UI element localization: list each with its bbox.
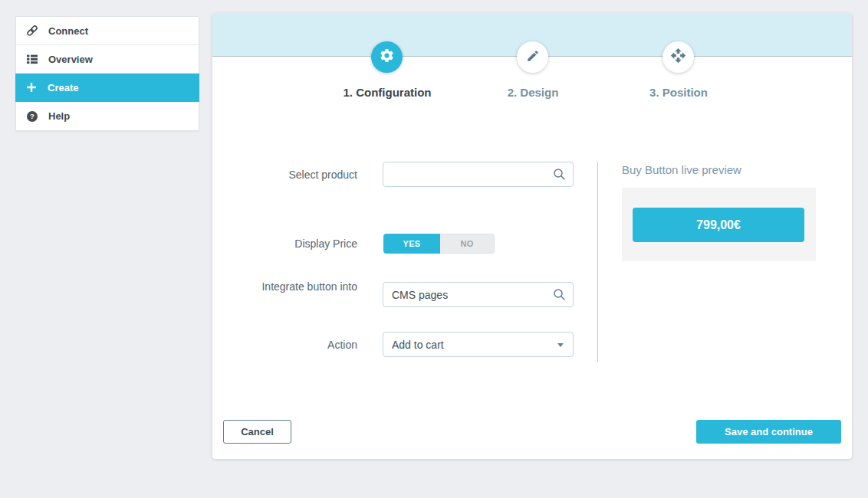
search-icon[interactable] (553, 288, 566, 301)
sidebar-item-overview[interactable]: Overview (16, 45, 199, 74)
save-and-continue-button[interactable]: Save and continue (696, 420, 841, 444)
chevron-down-icon (557, 343, 564, 347)
display-price-yes-option[interactable]: YES (383, 234, 440, 254)
select-product-label: Select product (244, 168, 357, 182)
action-label: Action (244, 338, 357, 352)
form-preview-divider (597, 162, 598, 362)
sidebar-item-label: Overview (48, 54, 93, 65)
display-price-toggle: YES NO (383, 234, 495, 254)
gear-icon (379, 48, 395, 67)
search-icon[interactable] (553, 168, 566, 181)
plus-icon (25, 81, 38, 93)
step-3-position-label[interactable]: 3. Position (602, 86, 755, 99)
live-preview-box: 799,00€ (622, 188, 816, 261)
sidebar-item-connect[interactable]: Connect (16, 17, 199, 45)
question-circle-icon: ? (26, 110, 38, 123)
cancel-button[interactable]: Cancel (223, 420, 291, 444)
step-3-position-circle[interactable] (663, 41, 694, 73)
svg-text:?: ? (30, 112, 35, 120)
integrate-into-label: Integrate button into (261, 280, 357, 294)
sidebar-item-label: Connect (48, 25, 88, 37)
list-icon (26, 53, 38, 65)
step-1-configuration-circle[interactable] (371, 41, 403, 73)
step-2-design-label[interactable]: 2. Design (456, 86, 610, 99)
step-1-configuration-label[interactable]: 1. Configuration (311, 86, 464, 99)
display-price-no-option[interactable]: NO (440, 234, 495, 254)
integrate-into-input[interactable] (383, 282, 574, 307)
buy-button-preview[interactable]: 799,00€ (633, 208, 804, 242)
action-dropdown-value: Add to cart (392, 339, 444, 351)
step-2-design-circle[interactable] (517, 41, 548, 73)
select-product-input[interactable] (383, 162, 574, 187)
sidebar-item-label: Help (48, 110, 70, 122)
move-icon (670, 48, 686, 67)
sidebar: Connect Overview Create ? Help (15, 16, 199, 131)
sidebar-item-label: Create (48, 82, 78, 93)
sidebar-item-help[interactable]: ? Help (16, 102, 199, 130)
action-dropdown[interactable]: Add to cart (383, 332, 574, 357)
live-preview-title: Buy Button live preview (622, 163, 741, 176)
link-icon (26, 25, 38, 37)
integrate-into-field-wrap (383, 282, 574, 307)
pencil-icon (526, 49, 540, 66)
main-panel: 1. Configuration 2. Design 3. Position S… (212, 13, 852, 459)
sidebar-item-create[interactable]: Create (15, 74, 199, 102)
display-price-label: Display Price (244, 237, 357, 251)
select-product-field-wrap (383, 162, 574, 187)
